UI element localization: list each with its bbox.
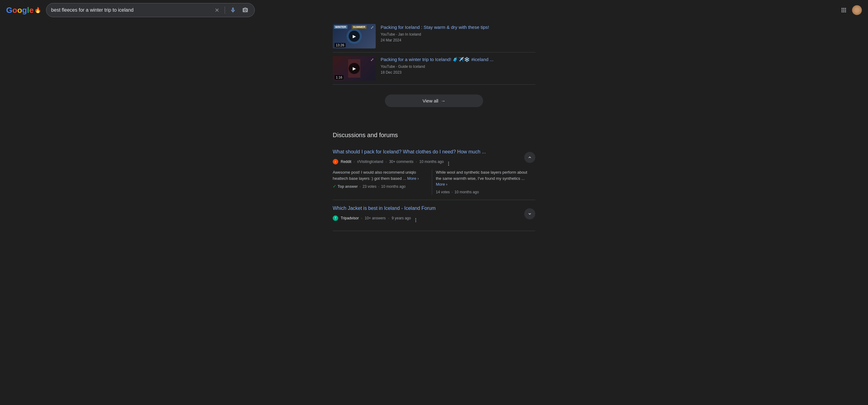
discussions-section: Discussions and forums [333,117,535,139]
logo-emoji: 🔥 [34,7,41,13]
discussion-item-2: Which Jacket is best in Iceland - Icelan… [333,200,535,231]
video-duration: 13:26 [335,43,346,47]
video-source: YouTube [381,64,395,69]
reddit-icon: r [333,159,338,164]
video-channel: Jan In Iceland [398,32,421,36]
chevron-down-icon [527,211,532,216]
search-bar: best fleeces for a winter trip to icelan… [46,3,255,17]
video-title[interactable]: Packing for Iceland : Stay warm & dry wi… [381,25,489,30]
discussion-header-2: Which Jacket is best in Iceland - Icelan… [333,205,535,223]
votes-2: 14 votes [436,189,450,195]
dots-icon-2 [415,218,416,222]
google-logo[interactable]: Google 🔥 [6,5,41,15]
logo-g: G [6,5,12,15]
meta-sep3: · [416,160,417,164]
logo-o1: o [12,5,17,15]
subreddit: r/VisitingIceland [357,160,383,164]
video-date: 18 Dec 2023 [381,70,401,74]
votes: 23 votes [363,184,376,189]
check-icon: ✓ [333,183,336,190]
discussion-meta: r Reddit · r/VisitingIceland · 30+ comme… [333,157,524,166]
video-duration: 1:16 [335,75,343,80]
search-input[interactable]: best fleeces for a winter trip to icelan… [51,7,209,13]
more-options-button-2[interactable] [413,214,418,223]
logo-o2: o [17,5,22,15]
search-icons [213,6,250,14]
tripadvisor-icon: T [333,215,338,221]
search-divider [225,6,225,14]
voice-search-button[interactable] [229,6,237,14]
meta-sep-2: · [361,216,362,220]
video-title[interactable]: Packing for a winter trip to Iceland! 🧳✈… [381,57,494,62]
more-arrow-2: › [446,182,447,187]
expand-button-2[interactable] [524,208,535,219]
discussion-answers: Awesome post! I would also recommend uni… [333,169,535,195]
discussion-title[interactable]: What should I pack for Iceland? What clo… [333,149,486,154]
logo-g2: g [22,5,27,15]
discussions-title: Discussions and forums [333,132,535,139]
discussion-title-area-2: Which Jacket is best in Iceland - Icelan… [333,205,524,223]
grid-icon [840,7,847,13]
more-link-2[interactable]: More [436,182,445,187]
camera-icon [242,7,248,13]
source-name-2: Tripadvisor [341,216,359,220]
video-meta: YouTube · Guide to Iceland 18 Dec 2023 [381,64,535,75]
clear-button[interactable] [213,6,221,14]
top-answer-label: Top answer [338,184,358,189]
view-all-container: View all → [333,90,535,112]
top-answer-badge: ✓ Top answer [333,183,358,190]
header: Google 🔥 best fleeces for a winter trip … [0,0,868,20]
play-button[interactable]: ▶ [349,63,360,74]
answer-text-1: Awesome post! I would also recommend uni… [333,170,416,181]
apps-button[interactable] [839,5,848,15]
dots-icon [448,162,449,166]
answer-footer-1: ✓ Top answer · 23 votes · 10 months ago [333,183,429,190]
comments-count: 30+ comments [389,160,413,164]
video-thumbnail[interactable]: ▶ 1:16 ⤢ [333,56,376,81]
close-icon [214,7,220,13]
winter-label: WINTER [334,25,347,29]
play-button[interactable]: ▶ [349,31,360,42]
discussion-meta-2: T Tripadvisor · 10+ answers · 9 years ag… [333,214,524,223]
more-link-1[interactable]: More [407,176,416,181]
meta-sep2: · [386,160,387,164]
summer-label: SUMMER [352,25,367,29]
expand-icon: ⤢ [370,57,374,62]
discussion-header: What should I pack for Iceland? What clo… [333,149,535,166]
answer-text-2: While wool and synthetic base layers per… [436,170,527,181]
image-search-button[interactable] [241,6,250,14]
footer-sep: · [360,184,361,189]
expand-icon: ⤢ [370,25,374,30]
answer-time: 10 months ago [381,184,405,189]
video-date: 24 Mar 2024 [381,38,401,42]
video-meta: YouTube · Jan In Iceland 24 Mar 2024 [381,32,535,43]
discussion-title-area: What should I pack for Iceland? What clo… [333,149,524,166]
logo-l: l [27,5,29,15]
video-info: Packing for Iceland : Stay warm & dry wi… [381,24,535,43]
avatar[interactable] [852,5,862,15]
answer-col-2: While wool and synthetic base layers per… [436,169,535,195]
more-arrow-1: › [417,176,418,181]
view-all-button[interactable]: View all → [385,94,483,107]
video-channel: Guide to Iceland [398,64,425,69]
meta-sep: · [354,160,355,164]
video-item: WINTER SUMMER ▶ 13:26 ⤢ Packing for Icel… [333,20,535,53]
view-all-label: View all [423,98,438,103]
logo-e: e [29,5,33,15]
video-item: ▶ 1:16 ⤢ Packing for a winter trip to Ic… [333,53,535,85]
arrow-icon: → [441,98,445,103]
discussion-item: What should I pack for Iceland? What clo… [333,144,535,200]
collapse-button[interactable] [524,152,535,163]
footer-sep2: · [378,184,379,189]
video-thumbnail[interactable]: WINTER SUMMER ▶ 13:26 ⤢ [333,24,376,49]
footer-sep3: · [452,189,453,195]
meta-sep2-2: · [388,216,389,220]
source-name: Reddit [341,160,351,164]
more-options-button[interactable] [446,157,451,166]
header-right [839,5,862,15]
answer-time-2: 10 months ago [455,189,479,195]
answer-footer-2: 14 votes · 10 months ago [436,189,533,195]
answers-count: 10+ answers [365,216,385,220]
discussion-title-2[interactable]: Which Jacket is best in Iceland - Icelan… [333,206,436,211]
microphone-icon [230,7,236,13]
